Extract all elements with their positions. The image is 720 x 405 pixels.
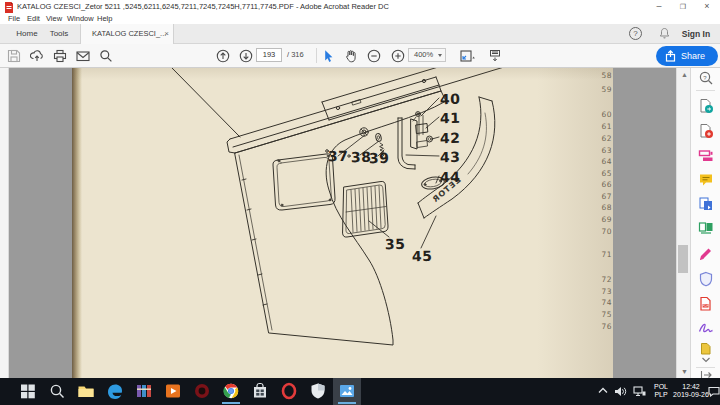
row-number: 70 — [586, 227, 612, 236]
row-number: 74 — [586, 298, 612, 307]
menu-edit[interactable]: Edit — [27, 14, 40, 24]
pdf-page[interactable]: ZETOR 37383940414243443545 5859606162636… — [72, 68, 613, 378]
row-number: 76 — [586, 322, 612, 331]
email-icon[interactable] — [76, 49, 90, 63]
help-icon[interactable]: ? — [629, 27, 642, 40]
zoom-level-dropdown[interactable]: 400% — [408, 48, 446, 62]
network-icon[interactable] — [633, 386, 646, 397]
page-number-input[interactable]: 193 — [256, 48, 282, 62]
row-number: 69 — [586, 215, 612, 224]
toolbar-divider — [316, 48, 317, 63]
toolbar: 193 / 316 400% — [0, 44, 720, 68]
row-number: 60 — [586, 110, 612, 119]
chrome-active-underline — [222, 402, 240, 404]
taskbar-search-icon[interactable] — [48, 382, 66, 400]
scroll-mode-icon[interactable] — [488, 49, 502, 63]
language-indicator[interactable]: POL PLP — [650, 383, 672, 399]
taskbar: POL PLP 12:42 2019-09-26 — [0, 378, 720, 405]
tab-home[interactable]: Home — [8, 24, 46, 44]
tray-time: 12:42 — [682, 383, 700, 390]
close-button[interactable]: × — [698, 0, 716, 13]
row-numbers-column: 58596061626364656667686970717273747576 — [72, 68, 613, 378]
tab-tools[interactable]: Tools — [42, 24, 76, 44]
file-explorer-icon[interactable] — [77, 382, 95, 400]
fill-sign-icon[interactable] — [698, 246, 714, 262]
zoom-in-icon[interactable] — [391, 49, 405, 63]
tools-panel: ? PDF — [690, 68, 720, 378]
hand-tool-icon[interactable] — [344, 49, 358, 63]
zoom-level-value: 400% — [414, 50, 433, 59]
row-number: 62 — [586, 134, 612, 143]
restore-button[interactable]: ❐ — [674, 0, 692, 13]
tab-document[interactable]: KATALOG CZESCI_... × — [80, 24, 174, 44]
more-tools-icon[interactable] — [698, 342, 714, 358]
zoom-out-icon[interactable] — [367, 49, 381, 63]
edge-icon[interactable] — [106, 382, 124, 400]
screen: KATALOG CZESCI_Zetor 5211 ,5245,6211,624… — [0, 0, 720, 405]
scrollbar-thumb[interactable] — [678, 245, 688, 273]
action-center-icon[interactable] — [708, 386, 720, 397]
photos-app-tile[interactable] — [333, 378, 361, 405]
row-number: 73 — [586, 287, 612, 296]
select-arrow-icon[interactable] — [322, 49, 336, 63]
combine-files-icon[interactable] — [698, 196, 714, 212]
vertical-scrollbar[interactable]: ▲ ▼ — [676, 68, 690, 378]
scroll-down-icon[interactable]: ▼ — [681, 368, 688, 375]
search-tools-icon[interactable]: ? — [698, 70, 714, 86]
left-nav-pane[interactable] — [0, 68, 9, 378]
row-number: 71 — [586, 250, 612, 259]
row-number: 68 — [586, 203, 612, 212]
document-canvas: ZETOR 37383940414243443545 5859606162636… — [0, 68, 720, 378]
tray-chevron-up-icon[interactable] — [598, 387, 608, 394]
tray-date: 2019-09-26 — [673, 391, 709, 398]
signature-icon[interactable] — [698, 320, 714, 336]
print-icon[interactable] — [53, 49, 67, 63]
language-line1: POL — [654, 383, 668, 390]
start-button-icon[interactable] — [19, 382, 37, 400]
comment-icon[interactable] — [698, 172, 714, 188]
menu-view[interactable]: View — [46, 14, 62, 24]
chevron-down-icon[interactable] — [701, 357, 711, 363]
winrar-icon[interactable] — [135, 382, 153, 400]
organize-pages-icon[interactable] — [698, 220, 714, 236]
row-number: 64 — [586, 157, 612, 166]
sign-in-button[interactable]: Sign In — [676, 24, 716, 44]
store-icon[interactable] — [251, 382, 269, 400]
panel-divider — [696, 367, 715, 368]
save-icon[interactable] — [7, 49, 21, 63]
tab-bar: Home Tools KATALOG CZESCI_... × ? Sign I… — [0, 24, 720, 44]
share-button[interactable]: Share — [656, 46, 718, 66]
bell-icon[interactable] — [658, 27, 671, 40]
menu-help[interactable]: Help — [97, 14, 112, 24]
create-pdf-icon[interactable] — [698, 123, 714, 139]
minimize-button[interactable]: – — [650, 0, 668, 13]
page-down-icon[interactable] — [239, 49, 253, 63]
menu-file[interactable]: File — [8, 14, 20, 24]
row-number: 66 — [586, 180, 612, 189]
opera-icon[interactable] — [280, 382, 298, 400]
export-pdf-icon[interactable] — [698, 98, 714, 114]
defender-icon[interactable] — [309, 382, 327, 400]
menu-window[interactable]: Window — [67, 14, 94, 24]
volume-icon[interactable] — [614, 386, 627, 397]
photos-icon — [338, 382, 356, 400]
chevron-down-icon — [438, 54, 442, 57]
svg-text:PDF: PDF — [703, 304, 709, 308]
row-number: 65 — [586, 169, 612, 178]
upload-cloud-icon[interactable] — [30, 49, 44, 63]
chrome-icon[interactable] — [222, 382, 240, 400]
language-line2: PLP — [654, 391, 667, 398]
compress-pdf-icon[interactable]: PDF — [698, 296, 714, 312]
media-app-icon[interactable] — [193, 382, 211, 400]
search-icon[interactable] — [99, 49, 113, 63]
protect-icon[interactable] — [698, 271, 714, 287]
scroll-up-icon[interactable]: ▲ — [681, 71, 688, 78]
edit-pdf-icon[interactable] — [698, 148, 714, 164]
fit-width-icon[interactable] — [460, 49, 474, 63]
tab-close-icon[interactable]: × — [164, 24, 169, 44]
row-number: 59 — [586, 85, 612, 94]
page-up-icon[interactable] — [216, 49, 230, 63]
films-tv-icon[interactable] — [164, 382, 182, 400]
panel-divider — [696, 90, 715, 91]
clock[interactable]: 12:42 2019-09-26 — [672, 383, 710, 399]
